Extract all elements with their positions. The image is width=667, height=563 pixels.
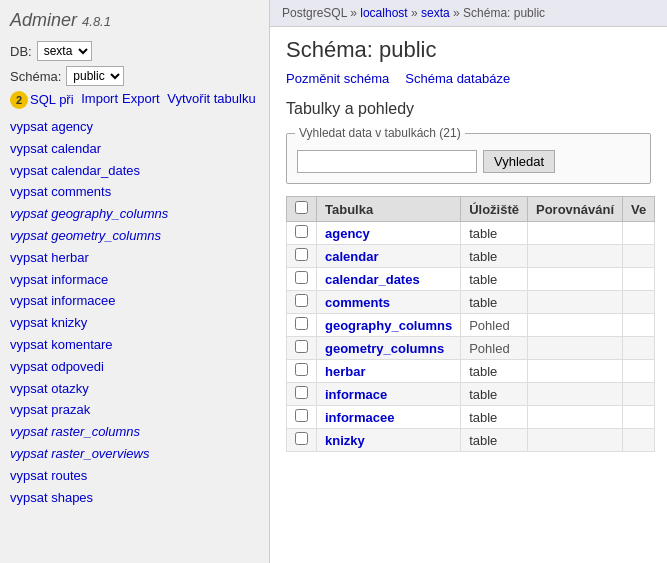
row-checkbox[interactable]	[295, 225, 308, 238]
sidebar-link-routes[interactable]: vypsat routes	[10, 466, 259, 487]
row-checkbox[interactable]	[295, 294, 308, 307]
row-checkbox[interactable]	[295, 409, 308, 422]
export-link[interactable]: Export	[122, 91, 160, 109]
sidebar-link-otazky[interactable]: vypsat otazky	[10, 379, 259, 400]
breadcrumb-dbtype: PostgreSQL	[282, 6, 347, 20]
sidebar: Adminer 4.8.1 DB: sexta Schéma: public 2…	[0, 0, 270, 563]
table-name-link[interactable]: geography_columns	[325, 318, 452, 333]
table-name-link[interactable]: herbar	[325, 364, 365, 379]
alter-schema-link[interactable]: Pozměnit schéma	[286, 71, 389, 86]
table-name-link[interactable]: informace	[325, 387, 387, 402]
table-storage: table	[461, 268, 528, 291]
import-link[interactable]: Import	[81, 91, 118, 109]
table-collation	[527, 337, 622, 360]
sidebar-link-calendar[interactable]: vypsat calendar	[10, 139, 259, 160]
table-collation	[527, 245, 622, 268]
col-header-storage: Úložiště	[461, 197, 528, 222]
table-row: informaceetable	[287, 406, 655, 429]
sidebar-link-prazak[interactable]: vypsat prazak	[10, 400, 259, 421]
table-storage: table	[461, 406, 528, 429]
table-name-link[interactable]: comments	[325, 295, 390, 310]
table-size	[623, 291, 655, 314]
sidebar-link-raster_columns[interactable]: vypsat raster_columns	[10, 422, 259, 443]
table-collation	[527, 314, 622, 337]
table-storage: table	[461, 245, 528, 268]
sql-badge: 2	[10, 91, 28, 109]
search-legend: Vyhledat data v tabulkách (21)	[295, 126, 465, 140]
sidebar-link-geometry_columns[interactable]: vypsat geometry_columns	[10, 226, 259, 247]
row-checkbox[interactable]	[295, 248, 308, 261]
table-name-link[interactable]: geometry_columns	[325, 341, 444, 356]
app-layout: Adminer 4.8.1 DB: sexta Schéma: public 2…	[0, 0, 667, 563]
sidebar-link-comments[interactable]: vypsat comments	[10, 182, 259, 203]
row-checkbox[interactable]	[295, 340, 308, 353]
table-storage: table	[461, 291, 528, 314]
table-size	[623, 406, 655, 429]
sidebar-link-calendar_dates[interactable]: vypsat calendar_dates	[10, 161, 259, 182]
schema-selector-row: Schéma: public	[10, 66, 259, 86]
schema-select[interactable]: public	[66, 66, 124, 86]
sidebar-link-herbar[interactable]: vypsat herbar	[10, 248, 259, 269]
table-storage: Pohled	[461, 314, 528, 337]
row-checkbox[interactable]	[295, 271, 308, 284]
table-size	[623, 314, 655, 337]
sidebar-link-knizky[interactable]: vypsat knizky	[10, 313, 259, 334]
table-size	[623, 360, 655, 383]
table-size	[623, 383, 655, 406]
section-title: Tabulky a pohledy	[286, 100, 651, 118]
sidebar-link-raster_overviews[interactable]: vypsat raster_overviews	[10, 444, 259, 465]
schema-db-link[interactable]: Schéma databáze	[405, 71, 510, 86]
breadcrumb-db[interactable]: sexta	[421, 6, 450, 20]
table-storage: Pohled	[461, 337, 528, 360]
table-header-row: Tabulka Úložiště Porovnávání Ve	[287, 197, 655, 222]
table-size	[623, 429, 655, 452]
table-size	[623, 337, 655, 360]
breadcrumb: PostgreSQL » localhost » sexta » Schéma:…	[270, 0, 667, 27]
table-storage: table	[461, 222, 528, 245]
table-collation	[527, 383, 622, 406]
search-input[interactable]	[297, 150, 477, 173]
search-button[interactable]: Vyhledat	[483, 150, 555, 173]
table-row: calendar_datestable	[287, 268, 655, 291]
sql-link[interactable]: 2SQL při	[10, 91, 74, 109]
row-checkbox[interactable]	[295, 386, 308, 399]
col-header-collation: Porovnávání	[527, 197, 622, 222]
page-title: Schéma: public	[286, 27, 651, 71]
table-name-link[interactable]: calendar_dates	[325, 272, 420, 287]
db-select[interactable]: sexta	[37, 41, 92, 61]
col-header-table: Tabulka	[317, 197, 461, 222]
row-checkbox[interactable]	[295, 432, 308, 445]
search-box: Vyhledat data v tabulkách (21) Vyhledat	[286, 126, 651, 184]
sidebar-link-agency[interactable]: vypsat agency	[10, 117, 259, 138]
table-name-link[interactable]: informacee	[325, 410, 394, 425]
breadcrumb-sep3: »	[453, 6, 463, 20]
sidebar-link-odpovedi[interactable]: vypsat odpovedi	[10, 357, 259, 378]
col-header-checkbox	[287, 197, 317, 222]
sidebar-link-geography_columns[interactable]: vypsat geography_columns	[10, 204, 259, 225]
search-row: Vyhledat	[295, 146, 642, 177]
app-title: Adminer 4.8.1	[10, 10, 259, 31]
table-name-link[interactable]: knizky	[325, 433, 365, 448]
table-name-link[interactable]: calendar	[325, 249, 378, 264]
sidebar-link-komentare[interactable]: vypsat komentare	[10, 335, 259, 356]
table-collation	[527, 360, 622, 383]
row-checkbox[interactable]	[295, 317, 308, 330]
row-checkbox[interactable]	[295, 363, 308, 376]
sidebar-link-shapes[interactable]: vypsat shapes	[10, 488, 259, 509]
breadcrumb-host[interactable]: localhost	[360, 6, 407, 20]
sidebar-link-informace[interactable]: vypsat informace	[10, 270, 259, 291]
sidebar-table-links: vypsat agency vypsat calendar vypsat cal…	[10, 117, 259, 508]
table-size	[623, 222, 655, 245]
table-size	[623, 268, 655, 291]
table-storage: table	[461, 383, 528, 406]
table-name-link[interactable]: agency	[325, 226, 370, 241]
table-collation	[527, 222, 622, 245]
sidebar-link-informacee[interactable]: vypsat informacee	[10, 291, 259, 312]
table-row: informacetable	[287, 383, 655, 406]
select-all-checkbox[interactable]	[295, 201, 308, 214]
create-table-link[interactable]: Vytvořit tabulku	[167, 91, 255, 109]
table-storage: table	[461, 429, 528, 452]
breadcrumb-sep2: »	[411, 6, 421, 20]
sidebar-actions: 2SQL při Import Export Vytvořit tabulku	[10, 91, 259, 109]
tables-table: Tabulka Úložiště Porovnávání Ve agencyta…	[286, 196, 655, 452]
